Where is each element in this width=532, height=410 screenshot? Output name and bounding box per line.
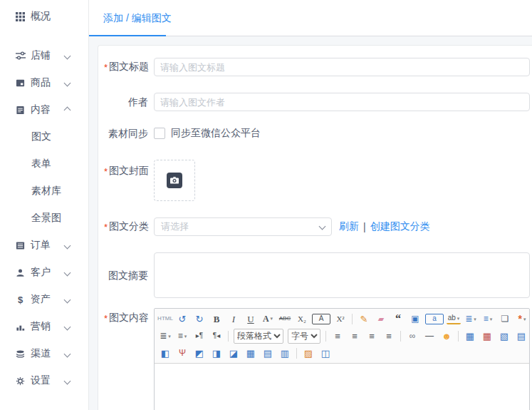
refresh-link[interactable]: 刷新 [339, 220, 359, 233]
sync-checkbox-label[interactable]: 同步至微信公众平台 [171, 127, 261, 140]
unordered-list-button[interactable]: ≡▾ [481, 312, 495, 326]
form-row-sync: 素材同步 同步至微信公众平台 [104, 127, 532, 140]
sidebar-item-shop[interactable]: 店铺 [0, 42, 88, 69]
emoji-button[interactable]: ☻ [439, 329, 454, 343]
create-category-link[interactable]: 创建图文分类 [370, 220, 430, 233]
sidebar-item-marketing[interactable]: 营销 [0, 313, 88, 340]
bold-button[interactable]: B [209, 312, 224, 326]
superscript-button[interactable]: X² [333, 312, 348, 326]
sidebar-item-asset[interactable]: $资产 [0, 286, 88, 313]
new-page-button[interactable]: ❏ [498, 312, 512, 326]
camera-icon [167, 173, 182, 188]
insert-row-above-button[interactable]: ◩ [192, 346, 207, 360]
strikethrough-button[interactable]: ABC [278, 312, 292, 326]
delete-table-button[interactable]: ▦ [480, 329, 494, 343]
required-asterisk: * [104, 166, 108, 177]
underline-button[interactable]: U [244, 312, 258, 326]
blockquote-button[interactable]: “ [391, 312, 405, 326]
paste-button[interactable]: ▣ [408, 312, 422, 326]
insert-cell-button[interactable]: ◪ [226, 346, 241, 360]
table-title-button[interactable]: ▧ [497, 329, 511, 343]
indent-button[interactable]: ▸¶ [192, 329, 207, 343]
category-label: *图文分类 [104, 217, 154, 237]
sidebar-item-label: 订单 [31, 239, 51, 252]
anchor-button[interactable]: a [425, 314, 444, 324]
chevron-down-icon [64, 323, 71, 330]
auto-typeset-button[interactable]: *▾ [515, 312, 529, 326]
link-button[interactable]: ∞ [405, 329, 419, 343]
insert-image-button[interactable]: ▨ [301, 346, 315, 360]
author-input[interactable] [154, 93, 530, 111]
align-left-button[interactable]: ≡ [330, 329, 345, 343]
outdent-button[interactable]: ¶◂ [209, 329, 224, 343]
sidebar-item-form[interactable]: 表单 [0, 150, 88, 178]
required-asterisk: * [104, 313, 108, 324]
sidebar-item-goods[interactable]: 商品 [0, 69, 88, 96]
tab-add-edit-article[interactable]: 添加 / 编辑图文 [103, 0, 172, 36]
align-right-button[interactable]: ≡ [365, 329, 379, 343]
cover-upload[interactable] [154, 160, 195, 201]
sidebar-item-content[interactable]: 内容 [0, 96, 88, 123]
goods-icon [15, 78, 26, 88]
sidebar-item-settings[interactable]: 设置 [0, 367, 88, 394]
sidebar-item-overview[interactable]: 概况 [0, 3, 88, 30]
horizontal-rule-button[interactable]: — [422, 329, 437, 343]
delete-row-button[interactable]: ▤ [261, 346, 275, 360]
rich-text-editor: HTML↺↻BIUA▾ABCX₂AX²✎▰“▣aab▾≣▾≡▾❏*▾╧▾≣▾≡▾… [154, 308, 530, 410]
summary-textarea[interactable] [154, 252, 530, 298]
sidebar-item-panorama[interactable]: 全景图 [0, 205, 88, 232]
table-header-button[interactable]: ▤ [514, 329, 528, 343]
delete-col-button[interactable]: ▥ [278, 346, 292, 360]
dropdown-arrow-icon: ▾ [271, 317, 273, 322]
merge-cells-button[interactable]: ▦ [244, 346, 258, 360]
editor-content[interactable] [155, 364, 529, 410]
highlight-button[interactable]: ab▾ [447, 313, 461, 324]
split-cell-button[interactable]: Ψ [175, 346, 189, 360]
sidebar-item-label: 渠道 [31, 347, 51, 360]
undo-button[interactable]: ↺ [175, 312, 189, 326]
insert-col-left-button[interactable]: ◧ [158, 346, 172, 360]
font-color-button[interactable]: A▾ [261, 312, 275, 326]
title-input[interactable] [154, 58, 530, 76]
sidebar-item-label: 客户 [31, 266, 51, 279]
background-color-button[interactable]: A [312, 314, 330, 324]
paragraph-spacing-button[interactable]: ≡▾ [175, 329, 189, 343]
italic-button[interactable]: I [226, 312, 241, 326]
sliders-icon [15, 51, 26, 61]
insert-table-button[interactable]: ▦ [463, 329, 477, 343]
sidebar-item-customer[interactable]: 客户 [0, 259, 88, 286]
align-center-button[interactable]: ≡ [348, 329, 362, 343]
sidebar-item-material[interactable]: 素材库 [0, 178, 88, 205]
ordered-list-button[interactable]: ≣▾ [464, 312, 478, 326]
align-justify-button[interactable]: ≡ [382, 329, 396, 343]
redo-button[interactable]: ↻ [192, 312, 207, 326]
sidebar-item-label: 设置 [31, 374, 51, 387]
insert-video-button[interactable]: ◫ [318, 346, 333, 360]
sidebar-item-channel[interactable]: 渠道 [0, 340, 88, 367]
chevron-down-icon [64, 269, 71, 276]
paragraph-format-select[interactable]: 段落格式 [234, 329, 283, 344]
subscript-button[interactable]: X₂ [295, 312, 309, 326]
app-layout: 概况店铺商品内容图文表单素材库全景图订单客户$资产营销渠道设置 添加 / 编辑图… [0, 0, 532, 410]
sync-checkbox[interactable] [154, 128, 165, 139]
required-asterisk: * [104, 62, 108, 73]
toolbar-separator [296, 348, 297, 359]
dropdown-arrow-icon: ▾ [474, 317, 476, 322]
editor-toolbar: HTML↺↻BIUA▾ABCX₂AX²✎▰“▣aab▾≣▾≡▾❏*▾╧▾≣▾≡▾… [155, 309, 529, 364]
chevron-down-icon [64, 350, 71, 357]
line-height-button[interactable]: ≣▾ [158, 329, 172, 343]
content-background: *图文标题 作者 素材同步 同步至微信公众平台 [89, 36, 532, 410]
format-painter-button[interactable]: ✎ [357, 312, 371, 326]
sidebar-item-label: 店铺 [31, 49, 51, 62]
font-size-select[interactable]: 字号 [288, 329, 320, 344]
html-source-button[interactable]: HTML [158, 312, 172, 326]
dropdown-arrow-icon: ▾ [490, 317, 493, 322]
active-tab-indicator [89, 35, 166, 36]
remove-format-button[interactable]: ▰ [374, 312, 388, 326]
category-select[interactable]: 请选择 [154, 217, 332, 236]
sidebar-item-article[interactable]: 图文 [0, 123, 88, 150]
gear-icon [15, 376, 26, 386]
author-label: 作者 [104, 93, 154, 111]
insert-col-right-button[interactable]: ◨ [209, 346, 224, 360]
sidebar-item-order[interactable]: 订单 [0, 232, 88, 259]
